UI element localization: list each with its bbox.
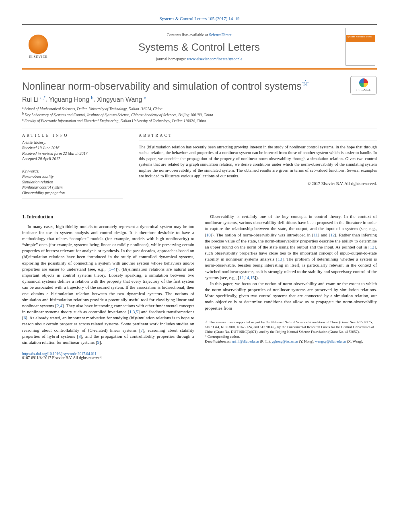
crossmark-label: CrossMark [356,88,371,92]
ref-link[interactable]: 14 [245,275,249,280]
cover-title-text: systems & control letters [348,35,372,38]
divider [139,140,377,140]
crossmark-badge[interactable]: CrossMark [350,76,377,94]
elsevier-tree-icon [29,35,48,54]
publisher-name: ELSEVIER [29,55,48,59]
journal-title: Systems & Control Letters [53,41,346,53]
journal-cover-thumbnail: systems & control letters [346,28,375,66]
keywords-block: Keywords: Norm-observability Simulation … [22,168,123,199]
affiliation-c: Faculty of Electronic Information and El… [25,119,206,123]
affiliation-a: School of Mathematical Sciences, Dalian … [25,107,162,111]
footnotes: ☆ This research was supported in part by… [205,317,377,344]
divider [139,190,377,190]
keyword-2: Simulation relation [22,179,123,185]
doi-link[interactable]: http://dx.doi.org/10.1016/j.sysconle.201… [22,352,377,356]
article-history: Article history: Received 19 June 2016 R… [22,140,123,165]
homepage-pre: journal homepage: [156,57,187,61]
author-3: Xingyuan Wang c [97,96,146,103]
ref-link[interactable]: 15 [250,275,255,280]
article-title-text: Nonlinear norm-observability and simulat… [22,80,302,92]
ref-link[interactable]: 13 [278,257,282,261]
abstract-label: ABSTRACT [139,133,377,138]
ref-link[interactable]: 12 [330,232,335,237]
history-label: Article history: [22,140,123,146]
affiliations: aSchool of Mathematical Sciences, Dalian… [22,106,377,124]
journal-header-band: ELSEVIER Contents lists available at Sci… [22,24,377,70]
author-2: Yiguang Hong b [49,96,93,103]
corresponding-author-footnote: * Corresponding author. [205,334,377,339]
keyword-3: Nonlinear control system [22,185,123,190]
keyword-4: Observability propagation [22,190,123,196]
crossmark-icon [359,78,368,87]
publisher-logo: ELSEVIER [24,35,53,59]
homepage-link[interactable]: www.elsevier.com/locate/sysconle [187,57,243,61]
history-received: Received 19 June 2016 [22,145,123,151]
history-revised: Received in revised form 22 March 2017 [22,151,123,156]
ref-link[interactable]: 1 [129,309,132,314]
contents-available-line: Contents lists available at ScienceDirec… [53,33,346,37]
funding-footnote: ☆ This research was supported in part by… [205,320,377,334]
contents-pre: Contents lists available at [167,33,209,37]
author-1: Rui Li a,* [22,96,45,103]
authors-line: Rui Li a,*, Yiguang Hong b, Xingyuan Wan… [22,95,377,103]
article-title: Nonlinear norm-observability and simulat… [22,78,377,92]
email-footnote: E-mail addresses: rui_li@dlut.edu.cn (R.… [205,339,377,344]
journal-homepage-line: journal homepage: www.elsevier.com/locat… [53,57,346,61]
divider [22,129,377,129]
sciencedirect-link[interactable]: ScienceDirect [209,33,231,37]
title-footnote-star: ☆ [302,78,309,88]
keyword-1: Norm-observability [22,174,123,179]
history-accepted: Accepted 20 April 2017 [22,156,123,162]
ref-link[interactable]: 10 [206,232,211,237]
article-info-label: ARTICLE INFO [22,133,123,138]
keywords-label: Keywords: [22,168,123,174]
email-link[interactable]: rui_li@dlut.edu.cn [232,339,259,343]
ref-link[interactable]: 11 [314,232,318,237]
email-link[interactable]: yghong@iss.ac.cn [271,339,298,343]
abstract-copyright: © 2017 Elsevier B.V. All rights reserved… [139,181,377,186]
affiliation-b: Key Laboratory of Systems and Control, I… [25,113,213,117]
body-paragraph: In many cases, high fidelity models to a… [22,224,194,345]
journal-reference: Systems & Control Letters 105 (2017) 14–… [22,16,377,21]
body-paragraph: Observability is certainly one of the ke… [205,214,377,281]
ref-link[interactable]: 12 [239,275,244,280]
email-link[interactable]: wangxy@dlut.edu.cn [315,339,346,343]
article-body: 1. Introduction In many cases, high fide… [22,214,377,345]
issn-copyright: 0167-6911/© 2017 Elsevier B.V. All right… [22,356,377,360]
ref-link[interactable]: 3 [133,309,135,314]
abstract-text: The (bi)simulation relation has recently… [139,144,377,179]
ref-link[interactable]: 12 [370,244,374,249]
section-1-heading: 1. Introduction [22,214,194,220]
body-paragraph: In this paper, we focus on the notion of… [205,281,377,311]
ref-link[interactable]: 1–4 [109,267,116,271]
ref-link[interactable]: 2 [57,303,59,308]
